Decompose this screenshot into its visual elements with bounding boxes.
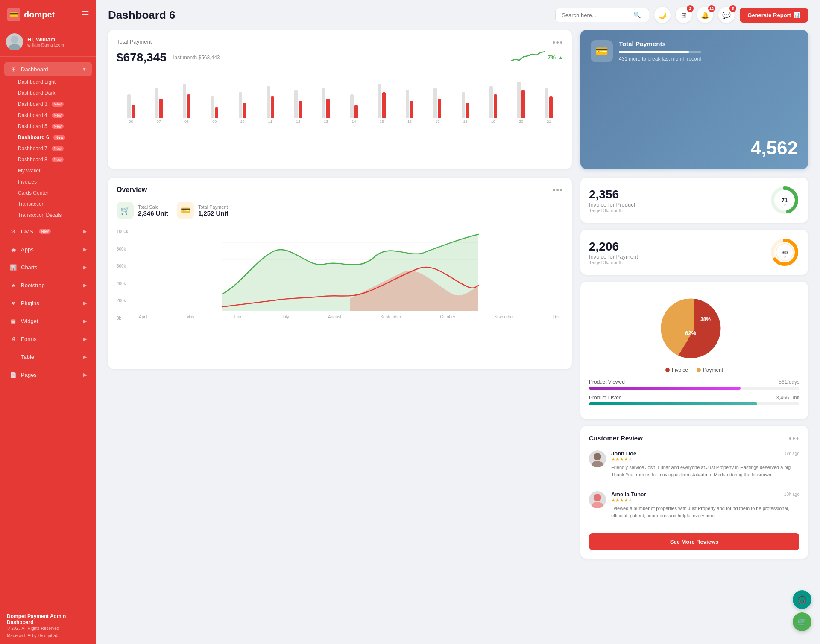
- transaction-details-label: Transaction Details: [18, 212, 62, 218]
- product-listed-row: Product Listed 3,456 Unit: [589, 395, 800, 405]
- pie-chart-wrap: 62% 38%: [589, 290, 800, 367]
- sidebar-item-transaction[interactable]: Transaction: [13, 198, 92, 210]
- dashboard-7-label: Dashboard 7: [18, 146, 47, 152]
- user-name: Hi, William: [27, 36, 64, 43]
- sidebar-item-dashboard-dark[interactable]: Dashboard Dark: [13, 87, 92, 99]
- sidebar-item-charts[interactable]: 📊 Charts ▶: [4, 260, 92, 274]
- sidebar-item-plugins[interactable]: ♥ Plugins ▶: [4, 296, 92, 310]
- sidebar-item-dashboard-4[interactable]: Dashboard 4 New: [13, 110, 92, 121]
- notification-button[interactable]: 🔔 12: [697, 7, 713, 23]
- forms-label: Forms: [21, 336, 37, 342]
- bar-group: [118, 79, 144, 118]
- cms-icon: ⚙: [9, 227, 17, 235]
- sidebar-item-table[interactable]: ≡ Table ▶: [4, 350, 92, 364]
- search-input[interactable]: [562, 12, 630, 18]
- sidebar-item-cms[interactable]: ⚙ CMS New ▶: [4, 224, 92, 239]
- sidebar-logo[interactable]: 💳 dompet: [7, 8, 55, 21]
- bar-red: [299, 101, 302, 118]
- widget-icon: ▣: [9, 317, 17, 325]
- chevron-down-icon: ▼: [82, 67, 87, 72]
- bar-red: [466, 103, 469, 118]
- support-float-button[interactable]: 🎧: [793, 590, 811, 609]
- more-options-icon[interactable]: •••: [553, 38, 563, 47]
- bar-red: [243, 103, 246, 118]
- bar-x-label: 15: [369, 119, 394, 124]
- cart-float-button[interactable]: 🛒: [793, 612, 811, 631]
- reviewer-2-text: I viewed a number of properties with Jus…: [611, 505, 800, 519]
- total-payment-stat-value: 1,252 Unit: [198, 210, 228, 217]
- sidebar-item-dashboard-3[interactable]: Dashboard 3 New: [13, 99, 92, 110]
- chevron-right-icon: ▶: [83, 318, 87, 324]
- product-viewed-fill: [589, 387, 741, 390]
- new-badge: New: [52, 157, 64, 162]
- sidebar-item-transaction-details[interactable]: Transaction Details: [13, 210, 92, 221]
- message-button[interactable]: 💬 5: [718, 7, 735, 23]
- see-more-reviews-button[interactable]: See More Reviews: [589, 533, 800, 550]
- invoice-payment-number: 2,206: [589, 240, 638, 254]
- y-label-200: 200k: [117, 298, 134, 303]
- total-payments-blue-card: 💳 Total Payments 431 more to break last …: [580, 30, 808, 169]
- floating-buttons: 🎧 🛒: [793, 590, 811, 631]
- table-group: ≡ Table ▶: [0, 348, 96, 366]
- review-more-icon[interactable]: •••: [789, 434, 800, 443]
- charts-label: Charts: [21, 264, 37, 271]
- transaction-label: Transaction: [18, 201, 44, 207]
- invoice-payment-label: Invoice for Payment: [589, 254, 638, 260]
- generate-report-button[interactable]: Generate Report 📊: [740, 8, 808, 23]
- footer-app-name: Dompet Payment Admin Dashboard: [7, 613, 89, 625]
- bar-x-label: 09: [202, 119, 227, 124]
- chevron-right-icon: ▶: [83, 283, 87, 288]
- trend-percent: 7%: [548, 54, 556, 61]
- bar-gray: [350, 94, 354, 118]
- invoice-payment-donut: 90 %: [770, 237, 800, 267]
- pie-legend: Invoice Payment: [589, 367, 800, 373]
- svg-point-15: [594, 453, 601, 460]
- product-viewed-progress: [589, 387, 800, 390]
- chevron-right-icon: ▶: [83, 372, 87, 378]
- bar-x-label: 18: [453, 119, 478, 124]
- apps-button[interactable]: ⊞ 2: [676, 7, 692, 23]
- sidebar-item-pages[interactable]: 📄 Pages ▶: [4, 367, 92, 382]
- theme-toggle-button[interactable]: 🌙: [654, 7, 671, 23]
- sidebar-item-dashboard-5[interactable]: Dashboard 5 New: [13, 121, 92, 132]
- blue-card-number: 4,562: [591, 137, 798, 159]
- sidebar-item-apps[interactable]: ◉ Apps ▶: [4, 242, 92, 256]
- svg-text:62%: 62%: [685, 330, 696, 336]
- sidebar-item-cards-center[interactable]: Cards Center: [13, 187, 92, 198]
- sidebar-item-forms[interactable]: 🖨 Forms ▶: [4, 332, 92, 346]
- amount-trend: 7% ▲: [511, 49, 563, 66]
- x-label-september: September: [380, 315, 401, 319]
- blue-card-title: Total Payments: [619, 40, 701, 47]
- chart-bar-icon: 📊: [794, 12, 800, 18]
- trend-up-icon: ▲: [558, 55, 563, 61]
- reviewer-2-stars: ★★★★★: [611, 498, 800, 503]
- pages-group: 📄 Pages ▶: [0, 366, 96, 384]
- invoice-payment-target: Target 3k/month: [589, 260, 638, 265]
- bar-group: [230, 79, 255, 118]
- sidebar-item-dashboard-8[interactable]: Dashboard 8 New: [13, 154, 92, 165]
- overview-title: Overview: [117, 186, 147, 195]
- overview-card: Overview ••• 🛒 Total Sale 2,346 Unit 💳 T…: [108, 178, 572, 369]
- sidebar-item-bootstrap[interactable]: ★ Bootstrap ▶: [4, 278, 92, 292]
- bar-red: [215, 107, 218, 118]
- hamburger-icon[interactable]: ☰: [82, 9, 89, 20]
- more-options-icon[interactable]: •••: [553, 186, 563, 195]
- sidebar-item-my-wallet[interactable]: My Wallet: [13, 165, 92, 176]
- invoice-legend-label: Invoice: [672, 367, 688, 373]
- sidebar-item-invoices[interactable]: Invoices: [13, 176, 92, 187]
- bar-pair: [462, 79, 469, 118]
- right-column: 2,356 Invoice for Product Target 3k/mont…: [580, 178, 808, 632]
- review-title: Customer Review: [589, 434, 643, 443]
- sidebar-item-dashboard[interactable]: ⊞ Dashboard ▼: [4, 62, 92, 76]
- x-label-november: November: [494, 315, 514, 319]
- sidebar-item-dashboard-7[interactable]: Dashboard 7 New: [13, 143, 92, 154]
- bar-red: [187, 94, 190, 118]
- svg-point-18: [592, 502, 603, 508]
- user-email: william@gmail.com: [27, 43, 64, 47]
- sidebar-item-dashboard-6[interactable]: Dashboard 6 New: [13, 132, 92, 143]
- sidebar-item-widget[interactable]: ▣ Widget ▶: [4, 314, 92, 328]
- search-box[interactable]: 🔍: [555, 8, 649, 22]
- sidebar-item-dashboard-light[interactable]: Dashboard Light: [13, 76, 92, 87]
- dashboard-icon: ⊞: [9, 65, 17, 73]
- bar-pair: [155, 79, 163, 118]
